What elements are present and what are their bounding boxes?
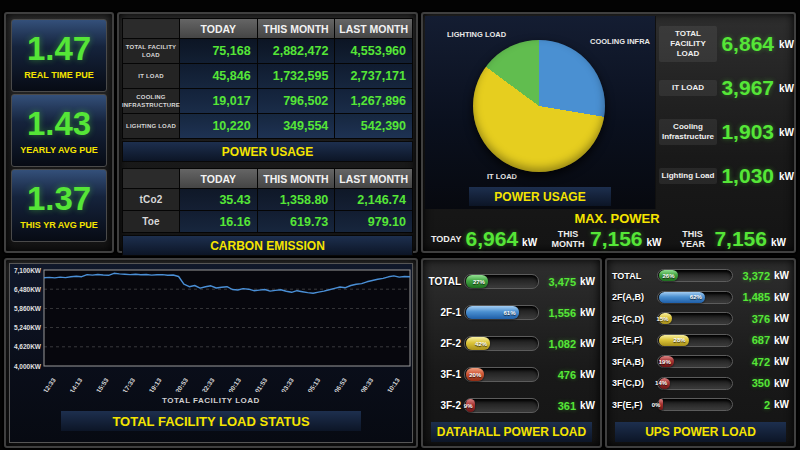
max-power-values: TODAY6,964kWTHIS MONTH7,156kWTHIS YEAR7,… bbox=[427, 227, 790, 251]
bar-percent-label: 20% bbox=[469, 372, 481, 378]
table-corner-cell bbox=[123, 169, 179, 188]
bar-value: 1,485 bbox=[736, 291, 770, 303]
bar-value: 3,372 bbox=[736, 270, 770, 282]
axis-tick-label: 4,620KW bbox=[14, 343, 42, 351]
bar-label: 3F-2 bbox=[428, 400, 461, 411]
max-power-item-1: THIS MONTH7,156kW bbox=[550, 227, 662, 251]
bar-fill: 19% bbox=[659, 356, 674, 367]
table-cell: 4,553,960 bbox=[335, 39, 412, 63]
column-header: THIS MONTH bbox=[258, 19, 335, 38]
table-cell: 2,737,171 bbox=[335, 64, 412, 88]
stat-value: 6,864 bbox=[717, 32, 774, 56]
bar-value: 361 bbox=[542, 400, 576, 412]
bar-percent-label: 42% bbox=[475, 341, 487, 347]
bar-fill: 15% bbox=[659, 313, 672, 324]
facility-stats: TOTAL FACILITY LOAD6,864kWIT LOAD3,967kW… bbox=[659, 22, 794, 198]
bar-unit: kW bbox=[773, 378, 789, 389]
column-header: TODAY bbox=[180, 19, 257, 38]
stat-unit: kW bbox=[774, 171, 794, 182]
stat-row-1: IT LOAD3,967kW bbox=[659, 66, 794, 110]
power-tables-panel: TODAYTHIS MONTHLAST MONTHTOTAL FACILITY … bbox=[117, 12, 418, 253]
table-cell: 16.16 bbox=[180, 211, 257, 232]
bar-row-3f-a-b-: 3F(A,B)19%472kW bbox=[612, 351, 789, 373]
pue-panel: 1.47REAL TIME PUE1.43YEARLY AVG PUE1.37T… bbox=[4, 12, 114, 253]
table-cell: 796,502 bbox=[258, 89, 335, 113]
bar-unit: kW bbox=[579, 307, 595, 318]
bar-fill: 61% bbox=[466, 306, 519, 319]
bar-value: 2 bbox=[736, 399, 770, 411]
pue-value: 1.47 bbox=[27, 32, 91, 65]
bar-value: 476 bbox=[542, 369, 576, 381]
max-power-label: TODAY bbox=[431, 234, 462, 244]
bar-percent-label: 19% bbox=[659, 359, 671, 365]
table-cell: 542,390 bbox=[335, 114, 412, 138]
row-label: COOLING INFRASTRUCTURE bbox=[123, 89, 179, 113]
bar-row-total: TOTAL27%3,475kW bbox=[428, 266, 595, 297]
table-cell: 35.43 bbox=[180, 189, 257, 210]
axis-tick-label: 12:33 bbox=[42, 376, 57, 392]
stat-label: Lighting Load bbox=[659, 168, 717, 184]
column-header: THIS MONTH bbox=[258, 169, 335, 188]
axis-tick-label: 4,000KW bbox=[14, 363, 42, 371]
pue-box-1: 1.43YEARLY AVG PUE bbox=[11, 94, 107, 167]
pie-label-cooling: COOLING INFRA bbox=[590, 37, 650, 46]
bar-track: 20% bbox=[464, 367, 539, 382]
bar-unit: kW bbox=[773, 356, 789, 367]
max-power-item-0: TODAY6,964kW bbox=[431, 227, 537, 251]
max-power-value: 7,156 bbox=[590, 227, 643, 251]
power-usage-table: TODAYTHIS MONTHLAST MONTHTOTAL FACILITY … bbox=[122, 18, 413, 139]
stat-label: IT LOAD bbox=[659, 80, 717, 96]
bar-value: 3,475 bbox=[542, 276, 576, 288]
stat-label: Cooling Infrastructure bbox=[659, 119, 717, 145]
bar-unit: kW bbox=[773, 270, 789, 281]
ups-title: UPS POWER LOAD bbox=[615, 422, 786, 442]
pie-title: POWER USAGE bbox=[469, 187, 611, 206]
facility-load-title: TOTAL FACILITY LOAD STATUS bbox=[61, 411, 361, 431]
stat-value: 1,903 bbox=[717, 120, 774, 144]
bar-fill: 62% bbox=[659, 292, 705, 303]
axis-tick-label: 05:13 bbox=[306, 376, 321, 392]
max-power-label: THIS YEAR bbox=[674, 229, 710, 250]
bar-label: 2F(A,B) bbox=[612, 292, 654, 302]
max-power-value: 6,964 bbox=[466, 227, 519, 251]
carbon-emission-title: CARBON EMISSION bbox=[122, 235, 413, 256]
bar-fill: 20% bbox=[466, 368, 484, 381]
bar-track: 27% bbox=[464, 274, 539, 289]
bar-unit: kW bbox=[579, 338, 595, 349]
bar-percent-label: 26% bbox=[662, 273, 674, 279]
row-label: tCo2 bbox=[123, 189, 179, 210]
bar-row-2f-2: 2F-242%1,082kW bbox=[428, 328, 595, 359]
table-cell: 19,017 bbox=[180, 89, 257, 113]
table-cell: 1,267,896 bbox=[335, 89, 412, 113]
facility-load-panel: 7,100KW6,480KW5,860KW5,240KW4,620KW4,000… bbox=[4, 258, 418, 448]
dcim-dashboard: 1.47REAL TIME PUE1.43YEARLY AVG PUE1.37T… bbox=[0, 0, 800, 450]
bar-track: 62% bbox=[657, 291, 733, 304]
bar-fill: 42% bbox=[466, 337, 490, 350]
ups-power-panel: TOTAL26%3,372kW2F(A,B)62%1,485kW2F(C,D)1… bbox=[605, 258, 796, 448]
bar-value: 1,556 bbox=[542, 307, 576, 319]
table-cell: 2,146.74 bbox=[335, 189, 412, 210]
bar-track: 14% bbox=[657, 377, 733, 390]
facility-load-chart-area: 7,100KW6,480KW5,860KW5,240KW4,620KW4,000… bbox=[9, 263, 413, 443]
bar-row-2f-e-f-: 2F(E,F)28%687kW bbox=[612, 330, 789, 352]
power-usage-pie-area: LIGHTING LOAD COOLING INFRA IT LOAD POWE… bbox=[425, 16, 656, 209]
pue-label: YEARLY AVG PUE bbox=[20, 145, 98, 155]
bar-row-3f-c-d-: 3F(C,D)14%350kW bbox=[612, 373, 789, 395]
table-cell: 979.10 bbox=[335, 211, 412, 232]
bar-track: 61% bbox=[464, 305, 539, 320]
bar-label: 2F(C,D) bbox=[612, 314, 654, 324]
row-label: LIGHTING LOAD bbox=[123, 114, 179, 138]
bar-track: 28% bbox=[657, 334, 733, 347]
bar-row-3f-1: 3F-120%476kW bbox=[428, 359, 595, 390]
bar-percent-label: 15% bbox=[657, 316, 669, 322]
table-cell: 619.73 bbox=[258, 211, 335, 232]
column-header: TODAY bbox=[180, 169, 257, 188]
axis-tick-label: 7,100KW bbox=[14, 267, 42, 275]
bar-unit: kW bbox=[773, 335, 789, 346]
pue-label: REAL TIME PUE bbox=[24, 70, 93, 80]
stat-unit: kW bbox=[774, 127, 794, 138]
stat-row-0: TOTAL FACILITY LOAD6,864kW bbox=[659, 22, 794, 66]
stat-label: TOTAL FACILITY LOAD bbox=[659, 26, 717, 62]
bar-track: 0% bbox=[657, 398, 733, 411]
bar-percent-label: 61% bbox=[504, 310, 516, 316]
